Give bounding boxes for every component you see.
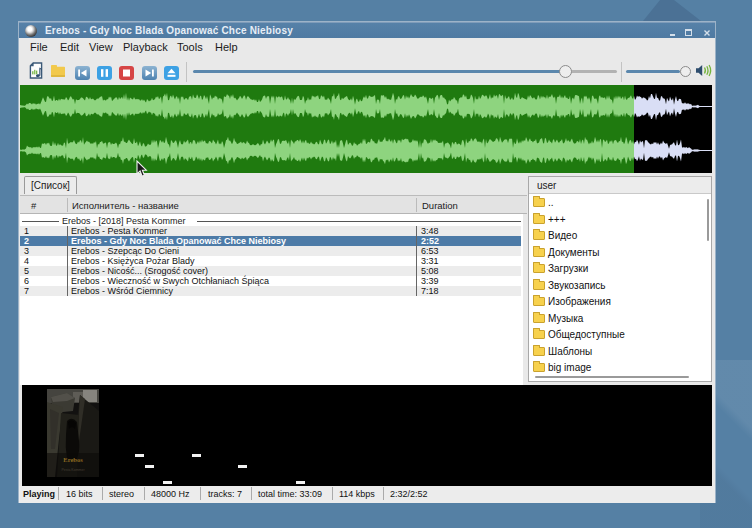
svg-text:Erebos: Erebos [63, 456, 83, 463]
svg-text:Pesta Kommer: Pesta Kommer [61, 468, 85, 472]
